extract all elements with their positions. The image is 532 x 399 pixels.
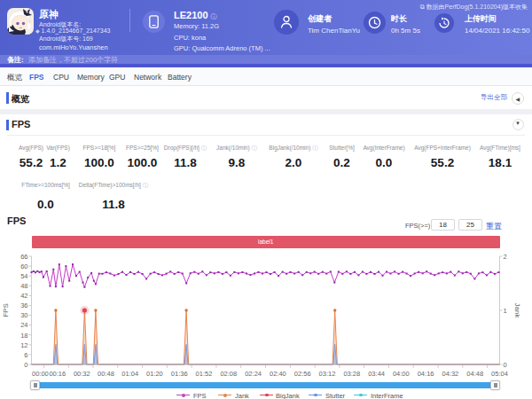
svg-text:12: 12 bbox=[20, 341, 27, 349]
svg-text:6: 6 bbox=[24, 351, 27, 359]
svg-text:0: 0 bbox=[504, 361, 507, 369]
svg-text:30: 30 bbox=[20, 311, 27, 319]
svg-text:00:00: 00:00 bbox=[32, 370, 49, 378]
svg-text:01:52: 01:52 bbox=[196, 370, 213, 378]
svg-text:04:00: 04:00 bbox=[393, 370, 410, 378]
svg-text:36: 36 bbox=[20, 301, 27, 309]
svg-text:02:24: 02:24 bbox=[245, 370, 262, 378]
svg-text:Jank: Jank bbox=[513, 303, 521, 319]
svg-text:2: 2 bbox=[504, 253, 507, 261]
svg-text:05:04: 05:04 bbox=[491, 370, 508, 378]
svg-text:00:16: 00:16 bbox=[49, 370, 66, 378]
svg-text:18: 18 bbox=[20, 332, 27, 340]
svg-text:0: 0 bbox=[24, 361, 27, 369]
svg-text:00:32: 00:32 bbox=[74, 370, 90, 378]
svg-text:03:12: 03:12 bbox=[319, 370, 336, 378]
svg-text:FPS: FPS bbox=[2, 303, 10, 317]
svg-text:04:32: 04:32 bbox=[442, 370, 459, 378]
svg-text:1: 1 bbox=[504, 307, 507, 315]
svg-text:02:40: 02:40 bbox=[270, 370, 286, 378]
svg-text:48: 48 bbox=[20, 282, 27, 290]
svg-text:02:08: 02:08 bbox=[220, 370, 237, 378]
svg-text:02:56: 02:56 bbox=[294, 370, 311, 378]
svg-text:04:16: 04:16 bbox=[418, 370, 434, 378]
svg-text:54: 54 bbox=[20, 272, 27, 280]
svg-text:04:48: 04:48 bbox=[466, 370, 483, 378]
svg-text:01:36: 01:36 bbox=[171, 370, 188, 378]
svg-text:24: 24 bbox=[20, 321, 27, 329]
svg-text:42: 42 bbox=[20, 292, 27, 300]
svg-text:00:48: 00:48 bbox=[98, 370, 114, 378]
svg-text:01:20: 01:20 bbox=[146, 370, 163, 378]
svg-text:03:44: 03:44 bbox=[368, 370, 385, 378]
svg-text:01:04: 01:04 bbox=[121, 370, 138, 378]
svg-text:03:28: 03:28 bbox=[343, 370, 360, 378]
svg-text:60: 60 bbox=[20, 262, 27, 270]
svg-text:66: 66 bbox=[20, 253, 27, 261]
